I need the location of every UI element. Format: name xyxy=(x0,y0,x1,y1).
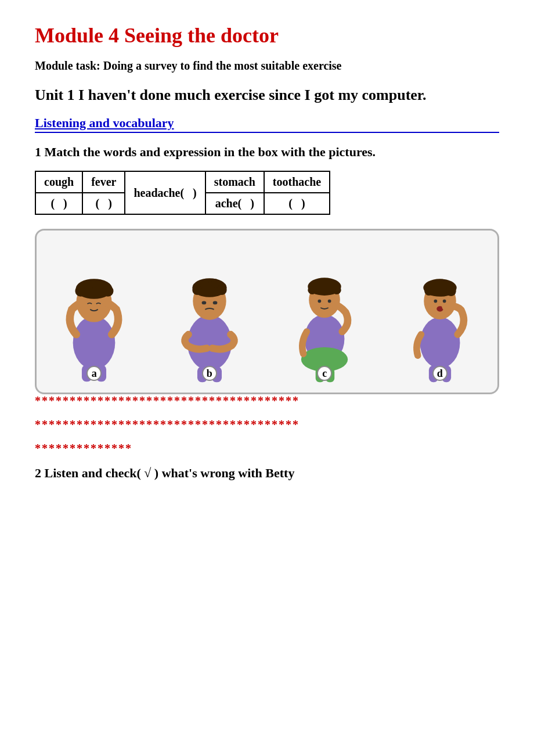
svg-point-15 xyxy=(211,279,219,287)
word-box-table: cough fever headache( ) stomach toothach… xyxy=(35,171,330,215)
figure-b-svg xyxy=(157,257,262,384)
word-cough: cough xyxy=(44,175,74,189)
figure-a-label: a xyxy=(86,366,102,381)
svg-point-30 xyxy=(420,317,460,368)
svg-point-33 xyxy=(424,287,433,296)
word-fever-blank: ( ) xyxy=(82,193,125,214)
figure-b-label: b xyxy=(202,366,217,381)
stars-line-3: ************** xyxy=(35,442,499,455)
word-cough-cell: cough xyxy=(35,171,82,193)
word-stomachache-blank: ache( ) xyxy=(205,193,264,214)
svg-point-5 xyxy=(84,280,93,290)
svg-point-13 xyxy=(217,285,226,295)
svg-point-24 xyxy=(308,286,317,294)
figure-c: c xyxy=(267,239,383,384)
figure-b: b xyxy=(152,239,268,384)
svg-point-14 xyxy=(200,280,209,289)
svg-point-36 xyxy=(443,300,446,303)
figure-d: d xyxy=(383,239,498,384)
svg-point-12 xyxy=(192,285,202,295)
svg-point-35 xyxy=(434,300,437,303)
svg-point-4 xyxy=(103,286,114,297)
exercise2-title: 2 Listen and check( √ ) what's wrong wit… xyxy=(35,466,499,481)
stars-line-1: ************************************** xyxy=(35,394,499,408)
module-title: Module 4 Seeing the doctor xyxy=(35,23,499,48)
word-toothache-blank: ( ) xyxy=(264,193,330,214)
svg-point-25 xyxy=(333,286,341,294)
word-stomach-cell: stomach xyxy=(205,171,264,193)
word-headache-cell: headache( ) xyxy=(125,171,205,214)
svg-point-0 xyxy=(73,316,116,369)
word-fever: fever xyxy=(91,175,116,189)
unit-title: Unit 1 I haven't done much exercise sinc… xyxy=(35,84,499,106)
stars-line-2: ************************************** xyxy=(35,418,499,431)
svg-point-17 xyxy=(212,301,217,305)
word-cough-blank: ( ) xyxy=(35,193,82,214)
svg-point-26 xyxy=(318,300,322,303)
word-fever-cell: fever xyxy=(82,171,125,193)
figure-c-label: c xyxy=(317,366,332,381)
section-link-text: Listening and vocabulary xyxy=(35,116,499,133)
word-toothache-cell: toothache xyxy=(264,171,330,193)
figure-a-svg xyxy=(42,257,146,384)
figure-d-label: d xyxy=(432,366,448,381)
svg-point-27 xyxy=(328,300,331,303)
svg-point-9 xyxy=(187,315,232,370)
exercise1-title: 1 Match the words and expression in the … xyxy=(35,142,499,161)
module-task: Module task: Doing a survey to find the … xyxy=(35,57,499,74)
word-toothache: toothache xyxy=(273,175,321,189)
section-link[interactable]: Listening and vocabulary xyxy=(35,116,499,142)
picture-box: a b xyxy=(35,229,499,394)
figure-a: a xyxy=(37,239,152,384)
svg-point-6 xyxy=(95,279,104,289)
svg-point-16 xyxy=(201,301,206,305)
word-stomach: stomach xyxy=(214,175,255,189)
figure-c-svg xyxy=(272,257,377,384)
svg-point-34 xyxy=(446,286,456,296)
figure-d-svg xyxy=(388,257,492,384)
